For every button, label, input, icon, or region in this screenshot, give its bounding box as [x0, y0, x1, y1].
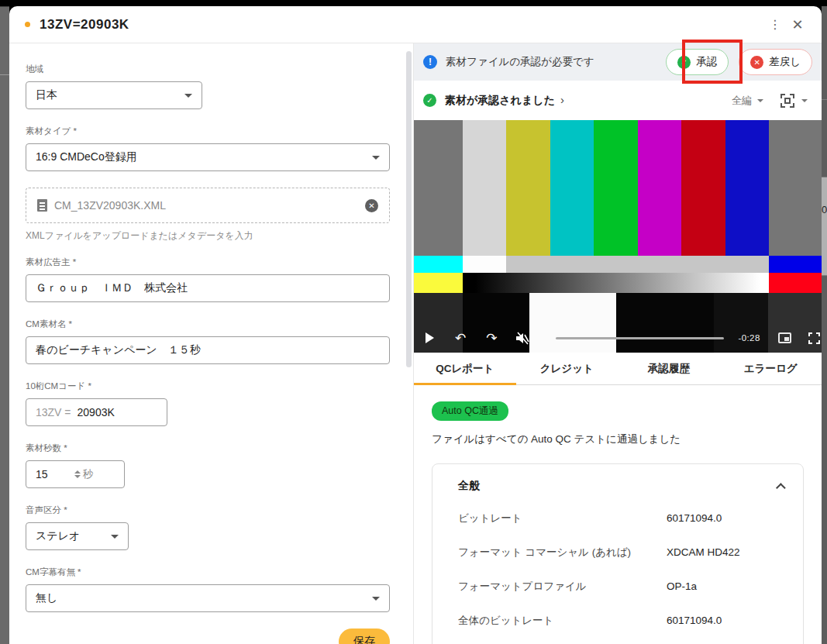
- material-dialog: 13ZV=20903K ⋮ ✕ 地域 日本 素材タイプ * 16:9 CMDeC…: [9, 6, 822, 644]
- backdrop-right-strip: 0: [822, 6, 827, 644]
- check-circle-icon: ✓: [423, 94, 436, 107]
- qc-pass-badge: Auto QC通過: [432, 401, 508, 421]
- cm-code-input[interactable]: 13ZV = 20903K: [26, 398, 167, 426]
- remove-file-icon[interactable]: ✕: [365, 199, 378, 212]
- duration-label: 素材秒数 *: [26, 443, 390, 454]
- advertiser-label: 素材広告主 *: [26, 257, 390, 268]
- time-remaining: -0:28: [739, 333, 760, 343]
- cm-code-prefix: 13ZV =: [36, 406, 71, 418]
- approved-status-row: ✓ 素材が承認されました› 全編: [414, 81, 822, 120]
- subtitles-label: CM字幕有無 *: [26, 567, 390, 578]
- chevron-down-icon: [372, 156, 380, 160]
- dialog-header: 13ZV=20903K ⋮ ✕: [9, 6, 822, 43]
- undo-icon[interactable]: ↶: [455, 332, 466, 345]
- approval-banner: ! 素材ファイルの承認が必要です ✓ 承認 ✕ 差戻し: [414, 43, 822, 81]
- chevron-down-icon: [111, 535, 119, 539]
- seek-bar[interactable]: [556, 337, 724, 339]
- tab-approval-history[interactable]: 承認履歴: [618, 353, 720, 384]
- duration-stepper[interactable]: 15 秒: [26, 460, 125, 488]
- table-row: フォーマットプロファイル OP-1a: [450, 579, 786, 595]
- picture-in-picture-icon[interactable]: [778, 332, 791, 343]
- approve-button[interactable]: ✓ 承認: [666, 49, 729, 75]
- card-title: 全般: [458, 479, 480, 493]
- redo-icon[interactable]: ↷: [486, 332, 497, 345]
- metadata-form-panel: 地域 日本 素材タイプ * 16:9 CMDeCo登録用 CM_13ZV2090…: [9, 43, 413, 644]
- tab-credits[interactable]: クレジット: [516, 353, 619, 384]
- status-dot-icon: [25, 22, 30, 27]
- qc-report-body: Auto QC通過 ファイルはすべての Auto QC テストに通過しました 全…: [414, 385, 822, 644]
- player-controls: ↶ ↷ -0:28: [414, 329, 822, 346]
- chevron-down-icon: [372, 597, 380, 601]
- approved-status-link[interactable]: 素材が承認されました›: [445, 93, 564, 108]
- stepper-arrows-icon[interactable]: [74, 470, 81, 478]
- xml-file-dropzone[interactable]: CM_13ZV20903K.XML ✕: [26, 188, 390, 223]
- close-icon[interactable]: ✕: [786, 16, 809, 33]
- mute-icon[interactable]: [515, 332, 530, 345]
- cm-name-input[interactable]: 春のビーチキャンペーン １５秒: [26, 336, 390, 364]
- table-row: ビットレート 60171094.0: [450, 511, 786, 527]
- general-info-card: 全般 ビットレート 60171094.0 フォーマット コマーシャル (あれば)…: [432, 463, 804, 644]
- audio-type-label: 音声区分 *: [26, 505, 390, 516]
- tab-qc-report[interactable]: QCレポート: [414, 353, 516, 384]
- audio-type-select[interactable]: ステレオ: [26, 522, 129, 550]
- cm-code-label: 10桁CMコード *: [26, 381, 390, 392]
- tab-error-log[interactable]: エラーログ: [720, 353, 822, 384]
- file-icon: [37, 199, 47, 212]
- left-panel-scrollbar[interactable]: [406, 51, 412, 367]
- save-button[interactable]: 保存: [339, 629, 390, 644]
- advertiser-input[interactable]: Ｇｒｏｕｐ ＩＭＤ 株式会社: [26, 274, 390, 302]
- table-row: フォーマット コマーシャル (あれば) XDCAM HD422: [450, 545, 786, 561]
- cm-name-label: CM素材名 *: [26, 319, 390, 330]
- table-row: 全体のビットレート 60171094.0: [450, 613, 786, 629]
- subtitles-select[interactable]: 無し: [26, 584, 390, 612]
- material-type-label: 素材タイプ *: [26, 126, 390, 137]
- backdrop-left-strip: [0, 6, 9, 644]
- dialog-title: 13ZV=20903K: [40, 17, 129, 33]
- uploaded-file-name: CM_13ZV20903K.XML: [54, 199, 166, 212]
- video-pattern: [414, 120, 822, 353]
- chevron-right-icon: ›: [560, 93, 564, 106]
- chevron-down-icon: [801, 99, 808, 102]
- detail-tabs: QCレポート クレジット 承認履歴 エラーログ: [414, 353, 822, 385]
- check-circle-icon: ✓: [677, 56, 691, 69]
- duration-unit: 秒: [83, 467, 94, 481]
- cross-circle-icon: ✕: [750, 56, 763, 69]
- clip-range-select[interactable]: 全編: [732, 94, 763, 108]
- backdrop-partial-text: 0: [822, 204, 827, 215]
- fullscreen-icon[interactable]: [808, 332, 820, 344]
- preview-panel: ! 素材ファイルの承認が必要です ✓ 承認 ✕ 差戻し ✓ 素材が承認されました…: [413, 43, 822, 644]
- chevron-down-icon: [184, 94, 192, 98]
- video-preview[interactable]: ↶ ↷ -0:28: [414, 120, 822, 353]
- play-icon[interactable]: [426, 332, 434, 343]
- approval-notice: 素材ファイルの承認が必要です: [446, 55, 594, 69]
- chevron-down-icon: [757, 99, 763, 102]
- region-label: 地域: [26, 64, 390, 75]
- region-select[interactable]: 日本: [26, 81, 202, 109]
- file-helper-text: XMLファイルをアップロードまたはメタデータを入力: [26, 229, 390, 243]
- frame-region-select[interactable]: [780, 94, 808, 108]
- more-options-icon[interactable]: ⋮: [764, 17, 786, 32]
- material-type-select[interactable]: 16:9 CMDeCo登録用: [26, 143, 390, 171]
- reject-button[interactable]: ✕ 差戻し: [739, 49, 812, 75]
- collapse-icon[interactable]: [776, 483, 786, 493]
- info-icon: !: [423, 55, 437, 69]
- frame-region-icon: [780, 94, 794, 108]
- qc-pass-message: ファイルはすべての Auto QC テストに通過しました: [432, 432, 804, 446]
